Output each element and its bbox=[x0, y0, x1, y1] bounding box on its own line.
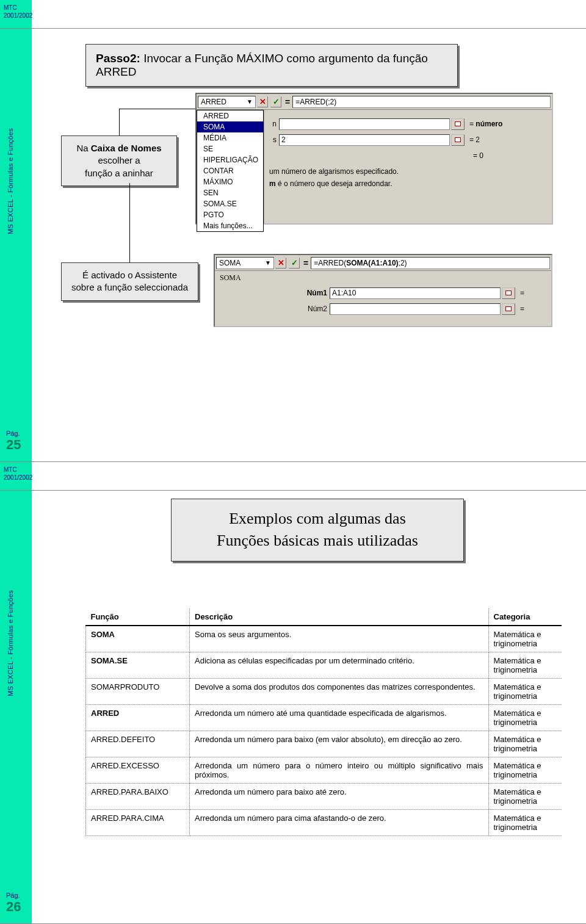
formula-input[interactable]: =ARRED(;2) bbox=[292, 96, 551, 108]
cell-desc: Soma os seus argumentos. bbox=[190, 626, 489, 652]
wizard-title: SOMA bbox=[215, 271, 551, 283]
cell-func: SOMA bbox=[86, 626, 190, 652]
sidebar-vertical-title: MS EXCEL - Fórmulas e Funções bbox=[7, 590, 14, 696]
cell-func: ARRED.PARA.BAIXO bbox=[86, 784, 190, 810]
ref-picker-icon[interactable] bbox=[502, 303, 515, 315]
dropdown-item[interactable]: Mais funções... bbox=[197, 220, 263, 231]
eq-sign: = bbox=[520, 289, 524, 297]
excel-panel-2: SOMA ▼ ✕ ✓ = =ARRED(SOMA(A1:A10);2) SOMA… bbox=[214, 254, 552, 327]
num1-input[interactable]: A1:A10 bbox=[330, 287, 501, 299]
dropdown-item[interactable]: SEN bbox=[197, 187, 263, 198]
name-box-text: ARRED bbox=[201, 98, 226, 106]
dropdown-item[interactable]: MÉDIA bbox=[197, 132, 263, 143]
cancel-icon[interactable]: ✕ bbox=[275, 258, 286, 269]
sidebar-vertical-title: MS EXCEL - Fórmulas e Funções bbox=[7, 128, 14, 234]
slide-26: MTC 2001/2002 MS EXCEL - Fórmulas e Funç… bbox=[0, 462, 586, 924]
cell-desc: Arredonda um número para o número inteir… bbox=[190, 757, 489, 784]
ref-picker-icon[interactable] bbox=[502, 287, 515, 299]
excel-panel-1: ARRED ▼ ✕ ✓ = =ARRED(;2) ARRED SOMA MÉDI… bbox=[195, 93, 553, 225]
arg1-input[interactable] bbox=[279, 118, 450, 130]
enter-icon[interactable]: ✓ bbox=[289, 258, 300, 269]
arg-label: n bbox=[267, 120, 279, 128]
cell-cat: Matemática e triginometria bbox=[488, 626, 562, 652]
cell-cat: Matemática e triginometria bbox=[488, 810, 562, 836]
arg2-result: = 2 bbox=[469, 135, 480, 144]
num2-input[interactable] bbox=[330, 303, 501, 315]
dropdown-item-selected[interactable]: SOMA bbox=[197, 121, 263, 132]
title-rest: Invocar a Função MÁXIMO como argumento d… bbox=[96, 52, 428, 78]
cell-cat: Matemática e triginometria bbox=[488, 679, 562, 705]
table-row: SOMARPRODUTODevolve a soma dos produtos … bbox=[86, 679, 562, 705]
connector bbox=[129, 183, 130, 262]
wizard-help-1: um número de algarismos especificado. bbox=[264, 164, 552, 179]
arg-label: s bbox=[267, 135, 279, 144]
callA-bold: Caixa de Nomes bbox=[91, 143, 162, 153]
equals-icon: = bbox=[285, 97, 290, 107]
wizard-help-2: m é o número que deseja arredondar. bbox=[264, 179, 552, 192]
cell-desc: Arredonda um número para baixo (em valor… bbox=[190, 731, 489, 757]
name-box[interactable]: SOMA ▼ bbox=[216, 257, 274, 269]
title-prefix: Passo2: bbox=[96, 52, 140, 65]
slide2-title-box: Exemplos com algumas das Funções básicas… bbox=[171, 499, 464, 561]
callA-l2: escolher a bbox=[98, 155, 140, 165]
dropdown-item[interactable]: CONTAR bbox=[197, 165, 263, 176]
name-box[interactable]: ARRED ▼ bbox=[198, 96, 256, 108]
header-rule bbox=[0, 490, 586, 491]
dropdown-item[interactable]: PGTO bbox=[197, 209, 263, 220]
cell-cat: Matemática e triginometria bbox=[488, 652, 562, 679]
ref-picker-icon[interactable] bbox=[451, 118, 465, 130]
wizard-help-rest: é o número que deseja arredondar. bbox=[276, 179, 392, 188]
overall-result-text: 0 bbox=[479, 151, 483, 160]
enter-icon[interactable]: ✓ bbox=[270, 96, 281, 107]
table-row: ARRED.PARA.BAIXOArredonda um número para… bbox=[86, 784, 562, 810]
formula-input[interactable]: =ARRED(SOMA(A1:A10);2) bbox=[311, 257, 550, 269]
cell-cat: Matemática e triginometria bbox=[488, 784, 562, 810]
title2-l1: Exemplos com algumas das bbox=[229, 510, 406, 527]
cell-desc: Arredonda um número para cima afastando-… bbox=[190, 810, 489, 836]
mtc-line1: MTC bbox=[4, 4, 32, 12]
functions-table: Função Descrição Categoria SOMASoma os s… bbox=[85, 608, 562, 836]
page-indicator-26: Pág. 26 bbox=[6, 892, 21, 915]
col-header-func: Função bbox=[86, 608, 190, 626]
table-row: ARRED.EXCESSOArredonda um número para o … bbox=[86, 757, 562, 784]
dropdown-item[interactable]: SOMA.SE bbox=[197, 198, 263, 209]
arg-label: Núm1 bbox=[220, 289, 330, 297]
cell-func: ARRED bbox=[86, 705, 190, 731]
formula-bar-2: SOMA ▼ ✕ ✓ = =ARRED(SOMA(A1:A10);2) bbox=[215, 255, 551, 271]
table-row: ARRED.PARA.CIMAArredonda um número para … bbox=[86, 810, 562, 836]
mtc-label: MTC 2001/2002 bbox=[4, 466, 32, 482]
arg1-result: = número bbox=[469, 120, 502, 128]
cell-desc: Adiciona as células especificadas por um… bbox=[190, 652, 489, 679]
name-box-arrow-icon[interactable]: ▼ bbox=[265, 259, 271, 266]
dropdown-item[interactable]: HIPERLIGAÇÃO bbox=[197, 154, 263, 165]
arg1-result-text: número bbox=[476, 120, 502, 128]
connector bbox=[119, 109, 120, 135]
table-row: ARREDArredonda um número até uma quantid… bbox=[86, 705, 562, 731]
cancel-icon[interactable]: ✕ bbox=[257, 96, 268, 107]
mtc-line2: 2001/2002 bbox=[4, 12, 32, 20]
equals-icon: = bbox=[303, 258, 308, 268]
left-rail bbox=[0, 462, 32, 923]
function-dropdown[interactable]: ARRED SOMA MÉDIA SE HIPERLIGAÇÃO CONTAR … bbox=[197, 110, 264, 232]
name-box-text: SOMA bbox=[219, 259, 241, 267]
page-label: Pág. bbox=[6, 892, 21, 899]
page-number: 26 bbox=[6, 899, 21, 915]
header-rule bbox=[0, 28, 586, 29]
callout-assistente: É activado o Assistente sobre a função s… bbox=[61, 262, 198, 301]
name-box-arrow-icon[interactable]: ▼ bbox=[247, 98, 253, 105]
left-rail bbox=[0, 0, 32, 461]
cell-cat: Matemática e triginometria bbox=[488, 757, 562, 784]
dropdown-item[interactable]: MÁXIMO bbox=[197, 176, 263, 187]
table-row: ARRED.DEFEITOArredonda um número para ba… bbox=[86, 731, 562, 757]
dropdown-item[interactable]: SE bbox=[197, 143, 263, 154]
eq-sign: = bbox=[520, 305, 524, 313]
dropdown-item[interactable]: ARRED bbox=[197, 110, 263, 121]
cell-func: SOMARPRODUTO bbox=[86, 679, 190, 705]
callB-l2: sobre a função seleccionada bbox=[71, 282, 188, 292]
callout-name-box: Na Caixa de Nomes escolher a função a an… bbox=[61, 135, 177, 186]
arg2-input[interactable]: 2 bbox=[279, 134, 450, 146]
ref-picker-icon[interactable] bbox=[451, 134, 465, 146]
mtc-line1: MTC bbox=[4, 466, 32, 474]
overall-result: = 0 bbox=[473, 151, 483, 160]
col-header-desc: Descrição bbox=[190, 608, 489, 626]
